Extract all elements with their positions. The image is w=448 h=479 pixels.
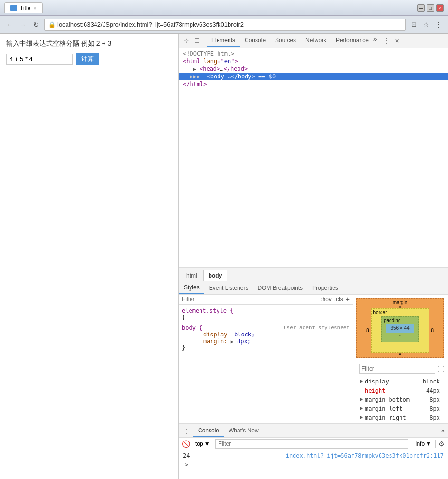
forward-button[interactable]: →	[18, 19, 28, 30]
element-style-rule: element.style { }	[182, 307, 350, 321]
page-content: 输入中缀表达式空格分隔 例如 2 + 3 计算	[0, 34, 179, 479]
console-settings-icon[interactable]: ⚙	[438, 440, 445, 448]
box-model-panel: margin 8 8 8 border - -	[353, 295, 448, 423]
console-prompt-arrow: >	[185, 461, 188, 468]
calc-button[interactable]: 计算	[76, 53, 99, 65]
console-tab-group: Console What's New	[193, 425, 264, 437]
cls-button[interactable]: .cls	[334, 296, 343, 303]
tab-sources[interactable]: Sources	[270, 35, 301, 47]
tab-performance[interactable]: Performance	[331, 35, 373, 47]
expand-margin-right[interactable]: ▶	[360, 414, 363, 421]
breadcrumb-body[interactable]: body	[203, 270, 228, 281]
hov-button[interactable]: :hov	[321, 296, 332, 303]
devtools-close-icon[interactable]: ×	[395, 37, 399, 45]
console-menu-icon[interactable]: ⋮	[182, 427, 191, 435]
close-button[interactable]: ×	[436, 4, 444, 12]
add-style-rule-button[interactable]: +	[346, 296, 350, 303]
browser-window: Title × — □ × ← → ↻ 🔒 localhost:63342/JS…	[0, 0, 448, 479]
dom-doctype[interactable]: <!DOCTYPE html>	[179, 50, 448, 57]
html-tag: <html	[183, 58, 203, 65]
body-toggle-arrows[interactable]: ▶▶▶	[190, 73, 200, 80]
border-right-val: -	[419, 327, 421, 332]
devtools-icons: ⊹ ☐	[182, 37, 201, 45]
tab-dom-breakpoints[interactable]: DOM Breakpoints	[253, 283, 307, 293]
inspect-element-icon[interactable]: ⊹	[182, 37, 191, 45]
main-area: 输入中缀表达式空格分隔 例如 2 + 3 计算 ⊹ ☐ Elements Con…	[0, 34, 448, 479]
expression-input[interactable]	[6, 54, 73, 65]
minimize-button[interactable]: —	[417, 4, 425, 12]
styles-content: :hov .cls + element.style { } body	[179, 295, 448, 423]
dom-html[interactable]: <html lang="en">	[179, 57, 448, 65]
browser-tab[interactable]: Title ×	[4, 2, 43, 13]
expand-display[interactable]: ▶	[360, 378, 363, 385]
context-label: top	[195, 441, 203, 447]
context-selector[interactable]: top ▼	[193, 440, 212, 448]
tab-close-button[interactable]: ×	[33, 5, 36, 11]
expand-margin-left[interactable]: ▶	[360, 405, 363, 412]
computed-height: ▶ height 44px	[356, 386, 444, 395]
head-toggle[interactable]: ▶	[193, 67, 196, 72]
tab-elements[interactable]: Elements	[207, 35, 240, 47]
console-source-link[interactable]: index.html?_ijt=56af78rmpkv63es3fk01brof…	[286, 452, 444, 459]
tab-styles[interactable]: Styles	[179, 282, 204, 294]
window-controls: — □ ×	[417, 4, 444, 12]
content-size: 356 × 44	[391, 326, 409, 331]
device-toolbar-icon[interactable]: ☐	[192, 37, 201, 45]
show-all-label[interactable]: Show all	[438, 363, 444, 375]
console-close-button[interactable]: ×	[441, 427, 445, 434]
html-attr-val: en	[224, 58, 231, 65]
breadcrumb-tabs: html body	[179, 267, 448, 281]
ssl-lock-icon: 🔒	[48, 21, 56, 28]
log-level-label: Info	[415, 441, 425, 447]
tab-network[interactable]: Network	[301, 35, 331, 47]
tab-favicon	[10, 5, 17, 11]
devtools-panel: ⊹ ☐ Elements Console Sources Network Per…	[179, 34, 448, 479]
styles-filter-input[interactable]	[182, 296, 318, 303]
padding-label: padding-	[384, 318, 402, 323]
console-filter-input[interactable]	[215, 439, 409, 449]
head-tag: <head>	[200, 66, 220, 72]
dom-html-close[interactable]: </html>	[179, 80, 448, 88]
devtools-menu-icon[interactable]: ⋮	[383, 37, 390, 45]
margin-right-val: 8	[431, 328, 434, 333]
show-all-checkbox[interactable]	[438, 366, 444, 372]
cast-icon[interactable]: ⊡	[409, 19, 419, 30]
dom-body[interactable]: ▶▶▶ <body …</body> == $0	[179, 73, 448, 80]
console-bottom-panel: ⋮ Console What's New × 🚫 top ▼ Info	[179, 424, 448, 479]
breadcrumb-html[interactable]: html	[181, 270, 202, 281]
dom-head[interactable]: ▶ <head>…</head>	[179, 65, 448, 73]
padding-box: padding- 356 × 44 -	[381, 316, 419, 342]
expand-margin-bottom[interactable]: ▶	[360, 396, 363, 403]
devtools-more-tabs[interactable]: »	[373, 35, 377, 47]
console-tab-console[interactable]: Console	[193, 425, 224, 437]
padding-bottom-val: -	[386, 333, 414, 338]
tab-console[interactable]: Console	[240, 35, 270, 47]
log-level-arrow: ▼	[426, 441, 431, 447]
log-level-selector[interactable]: Info ▼	[411, 440, 436, 448]
html-attr-name: lang	[203, 58, 217, 65]
console-line-1: 24 index.html?_ijt=56af78rmpkv63es3fk01b…	[183, 452, 444, 460]
html-close-tag: </html>	[183, 81, 207, 87]
border-bottom-val: -	[379, 342, 421, 347]
computed-filter-input[interactable]	[359, 364, 435, 374]
console-tab-whatsnew[interactable]: What's New	[224, 425, 264, 437]
console-output-value: 24	[183, 452, 190, 459]
menu-icon[interactable]: ⋮	[433, 19, 444, 30]
console-prompt: >	[183, 460, 444, 469]
calc-row: 计算	[6, 53, 172, 65]
console-clear-button[interactable]: 🚫	[182, 440, 190, 448]
url-bar[interactable]: 🔒 localhost:63342/JSpro/index.html?_ijt=…	[44, 19, 406, 31]
computed-margin-right: ▶ margin-right 8px	[356, 413, 444, 422]
back-button[interactable]: ←	[4, 19, 15, 30]
address-bar-actions: ⊡ ☆ ⋮	[409, 19, 444, 30]
styles-left-panel: :hov .cls + element.style { } body	[179, 295, 353, 423]
computed-margin-left: ▶ margin-left 8px	[356, 404, 444, 413]
tab-event-listeners[interactable]: Event Listeners	[204, 283, 253, 293]
console-filter-bar: 🚫 top ▼ Info ▼ ⚙	[179, 438, 448, 450]
title-bar-left: Title ×	[4, 2, 417, 13]
bookmark-icon[interactable]: ☆	[421, 19, 431, 30]
maximize-button[interactable]: □	[427, 4, 434, 12]
margin-label: margin	[393, 300, 408, 305]
tab-properties[interactable]: Properties	[307, 283, 343, 293]
refresh-button[interactable]: ↻	[31, 19, 41, 30]
